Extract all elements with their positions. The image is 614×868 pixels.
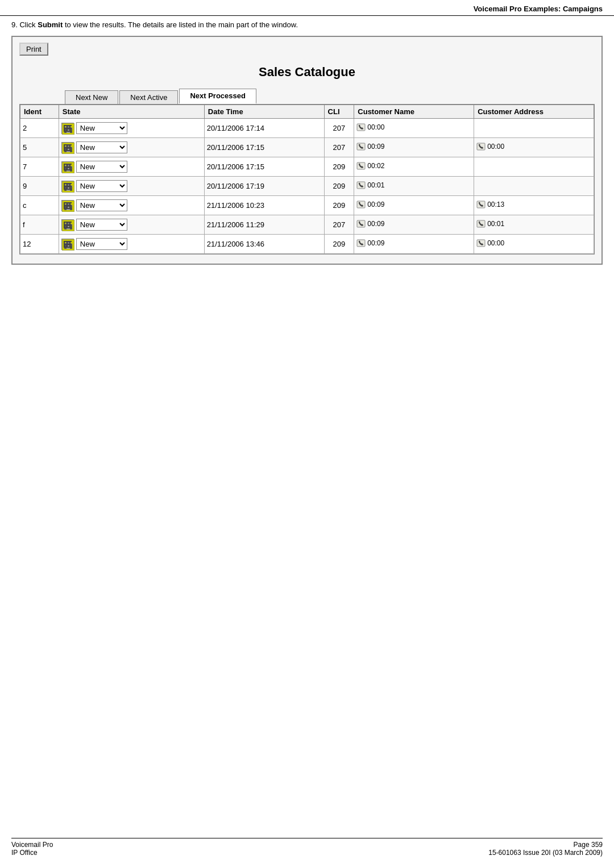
svg-rect-48 [67,245,68,249]
cell-custaddr [474,157,594,177]
cell-state: NewActiveProcessedCompleted [59,157,204,177]
instruction-suffix: to view the results. The details are lis… [63,20,298,29]
svg-rect-11 [68,149,70,152]
phone-symbol-icon [356,123,366,131]
state-select[interactable]: NewActiveProcessedCompleted [76,141,127,153]
cell-cli: 207 [324,215,354,235]
cell-custaddr: 00:00 [474,235,594,254]
svg-marker-39 [64,222,73,225]
col-header-custname: Customer Name [354,105,474,119]
cell-ident: 9 [20,177,59,196]
state-select[interactable]: NewActiveProcessedCompleted [76,199,127,211]
cell-state: NewActiveProcessedCompleted [59,138,204,157]
instruction-text: 9. Click Submit to view the results. The… [0,16,614,34]
footer-right-line2: 15-601063 Issue 20I (03 March 2009) [488,849,603,857]
cell-state: NewActiveProcessedCompleted [59,119,204,138]
footer-left-line1: Voicemail Pro [11,841,53,849]
cell-datetime: 20/11/2006 17:15 [204,157,324,177]
table-row: 7 NewActiveProcessedCompleted 20/11/2006… [20,157,594,177]
svg-rect-10 [67,149,68,152]
tab-next-new[interactable]: Next New [65,90,118,104]
svg-rect-32 [67,207,68,210]
phone-icon: 00:00 [476,239,504,247]
phone-symbol-icon [356,162,366,170]
header-title: Voicemail Pro Examples: Campaigns [474,5,603,13]
footer-left: Voicemail Pro IP Office [11,841,53,857]
phone-icon: 00:01 [356,181,384,189]
table-row: c NewActiveProcessedCompleted 21/11/2006… [20,196,594,215]
cell-cli: 209 [324,177,354,196]
col-header-state: State [59,105,204,119]
cell-state: NewActiveProcessedCompleted [59,235,204,254]
cell-datetime: 21/11/2006 10:23 [204,196,324,215]
footer-left-line2: IP Office [11,849,53,857]
table-row: f NewActiveProcessedCompleted 21/11/2006… [20,215,594,235]
svg-marker-17 [64,164,73,167]
state-select[interactable]: NewActiveProcessedCompleted [76,238,127,250]
cell-custname: 00:09 [354,138,474,157]
phone-icon: 00:01 [476,220,504,228]
col-header-cli: CLI [324,105,354,119]
cell-state: NewActiveProcessedCompleted [59,177,204,196]
svg-marker-47 [64,241,73,244]
cell-cli: 207 [324,119,354,138]
state-select[interactable]: NewActiveProcessedCompleted [76,161,127,173]
phone-symbol-icon [476,201,486,208]
table-row: 9 NewActiveProcessedCompleted 20/11/2006… [20,177,594,196]
cell-ident: c [20,196,59,215]
svg-marker-2 [64,125,73,128]
cell-custaddr: 00:13 [474,196,594,215]
cell-datetime: 20/11/2006 17:19 [204,177,324,196]
cell-custname: 00:09 [354,215,474,235]
svg-rect-49 [68,245,70,249]
state-grid-icon [61,219,74,231]
page-footer: Voicemail Pro IP Office Page 359 15-6010… [11,838,603,857]
instruction-prefix: 9. Click [11,20,38,29]
cell-state: NewActiveProcessedCompleted [59,196,204,215]
cell-datetime: 21/11/2006 13:46 [204,235,324,254]
svg-marker-24 [64,183,73,186]
cell-ident: 7 [20,157,59,177]
cell-custaddr: 00:00 [474,138,594,157]
tab-next-processed[interactable]: Next Processed [179,89,256,104]
phone-icon: 00:00 [476,143,504,151]
cell-state: NewActiveProcessedCompleted [59,215,204,235]
svg-rect-26 [68,187,70,191]
svg-rect-18 [67,168,68,172]
cell-ident: 5 [20,138,59,157]
cell-cli: 207 [324,138,354,157]
phone-symbol-icon [476,143,486,151]
svg-rect-19 [68,168,70,172]
tab-next-active[interactable]: Next Active [119,90,178,104]
cell-custname: 00:09 [354,196,474,215]
phone-icon: 00:09 [356,201,384,208]
phone-icon: 00:09 [356,239,384,247]
state-grid-icon [61,161,74,173]
content-box: Print Sales Catalogue Next New Next Acti… [11,36,603,265]
footer-right: Page 359 15-601063 Issue 20I (03 March 2… [488,841,603,857]
state-select[interactable]: NewActiveProcessedCompleted [76,122,127,134]
tabs-row: Next New Next Active Next Processed [65,89,595,104]
main-table: Ident State Date Time CLI Customer Name … [20,105,594,254]
cell-cli: 209 [324,196,354,215]
phone-symbol-icon [476,239,486,247]
cell-datetime: 20/11/2006 17:14 [204,119,324,138]
table-row: 5 NewActiveProcessedCompleted 20/11/2006… [20,138,594,157]
phone-symbol-icon [356,239,366,247]
cell-ident: f [20,215,59,235]
print-button[interactable]: Print [19,43,48,56]
page-header: Voicemail Pro Examples: Campaigns [0,0,614,16]
phone-symbol-icon [356,143,366,151]
state-grid-icon [61,181,74,192]
cell-datetime: 20/11/2006 17:15 [204,138,324,157]
state-grid-icon [61,142,74,153]
svg-rect-40 [67,226,68,229]
cell-cli: 209 [324,235,354,254]
svg-rect-3 [67,130,68,133]
cell-datetime: 21/11/2006 11:29 [204,215,324,235]
state-select[interactable]: NewActiveProcessedCompleted [76,180,127,192]
col-header-datetime: Date Time [204,105,324,119]
phone-icon: 00:00 [356,123,384,131]
state-select[interactable]: NewActiveProcessedCompleted [76,219,127,231]
state-grid-icon [61,239,74,250]
